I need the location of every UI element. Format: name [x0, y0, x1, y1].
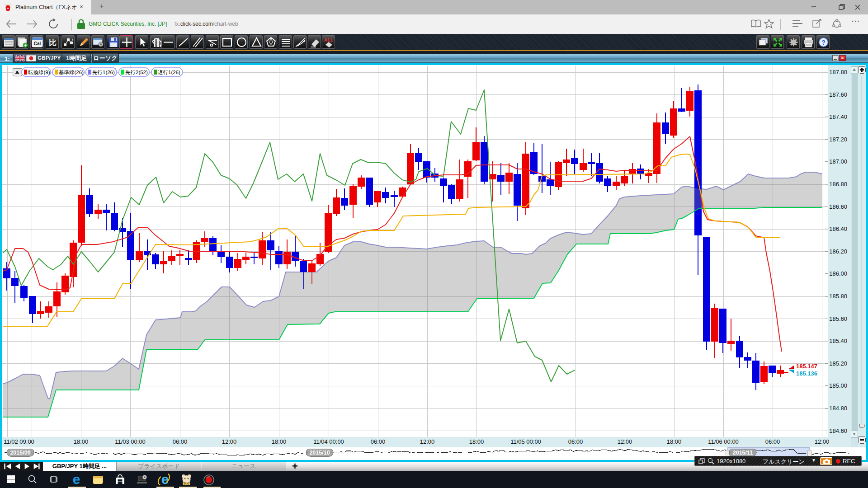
svg-text:186.40: 186.40	[829, 225, 847, 232]
svg-text:186.20: 186.20	[829, 248, 847, 255]
svg-text:11/04 00:00: 11/04 00:00	[313, 438, 344, 445]
svg-text:185.40: 185.40	[829, 338, 847, 344]
svg-text:Cal: Cal	[34, 41, 41, 46]
svg-text:12:00: 12:00	[815, 438, 830, 445]
svg-text:基準線(26): 基準線(26)	[59, 70, 84, 75]
svg-text:187.60: 187.60	[829, 91, 847, 98]
svg-text:06:00: 06:00	[173, 438, 188, 445]
svg-text:186.80: 186.80	[829, 181, 847, 188]
svg-text:184.60: 184.60	[829, 427, 847, 434]
svg-text:先行2(52): 先行2(52)	[125, 70, 148, 75]
svg-text:12:00: 12:00	[618, 438, 632, 445]
svg-text:12:00: 12:00	[222, 438, 237, 445]
svg-text:?: ?	[821, 39, 826, 46]
svg-text:11/06 00:00: 11/06 00:00	[708, 438, 739, 445]
svg-text:185.00: 185.00	[829, 382, 847, 389]
svg-text:18:00: 18:00	[667, 438, 682, 445]
svg-text:11/05 00:00: 11/05 00:00	[510, 438, 541, 445]
svg-text:18:00: 18:00	[469, 438, 484, 445]
svg-text:185.20: 185.20	[829, 360, 847, 367]
svg-text:2015/09: 2015/09	[10, 450, 30, 456]
svg-text:18:00: 18:00	[272, 438, 287, 445]
svg-text:185.136: 185.136	[796, 370, 817, 377]
svg-text:先行1(26): 先行1(26)	[92, 70, 115, 75]
svg-text:186.00: 186.00	[829, 270, 847, 277]
svg-text:2015/10: 2015/10	[309, 450, 330, 456]
svg-text:06:00: 06:00	[765, 438, 780, 445]
svg-text:06:00: 06:00	[568, 438, 583, 445]
svg-text:187.40: 187.40	[829, 113, 847, 120]
svg-text:2015/11: 2015/11	[733, 450, 753, 456]
svg-text:11/03 00:00: 11/03 00:00	[115, 438, 146, 445]
svg-text:11/02 09:00: 11/02 09:00	[4, 438, 34, 445]
svg-text:転換線(9): 転換線(9)	[28, 70, 50, 75]
svg-text:186.60: 186.60	[829, 203, 847, 210]
svg-text:FX: FX	[184, 481, 189, 486]
svg-text:187.80: 187.80	[829, 69, 847, 75]
svg-text:187.20: 187.20	[829, 136, 847, 143]
svg-text:12:00: 12:00	[420, 438, 435, 445]
svg-text:184.80: 184.80	[829, 405, 847, 412]
svg-text:185.80: 185.80	[829, 293, 847, 300]
svg-text:遅行1(26): 遅行1(26)	[158, 70, 180, 75]
svg-text:ALL: ALL	[324, 37, 334, 42]
svg-text:06:00: 06:00	[371, 438, 386, 445]
svg-text:187.00: 187.00	[829, 158, 847, 165]
svg-text:185.60: 185.60	[829, 315, 847, 322]
svg-text:18:00: 18:00	[74, 438, 89, 445]
svg-text:185.147: 185.147	[796, 363, 817, 370]
svg-text:比: 比	[49, 38, 57, 47]
